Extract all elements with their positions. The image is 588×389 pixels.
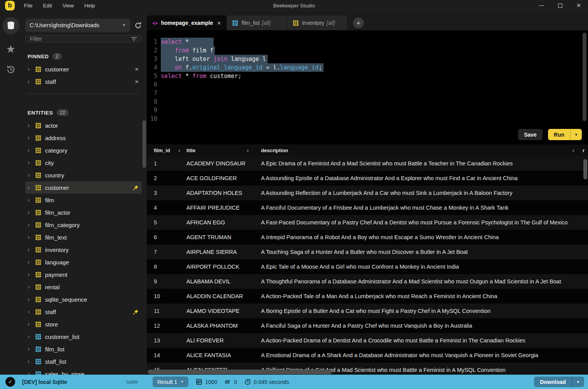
horizontal-scrollbar[interactable]	[148, 370, 332, 374]
chevron-right-icon[interactable]: ›	[28, 346, 31, 352]
entity-item-rental[interactable]: ›rental	[25, 281, 142, 293]
table-row[interactable]: 3ADAPTATION HOLESA Astounding Reflection…	[147, 186, 588, 200]
column-header-r[interactable]: r	[583, 144, 588, 156]
entity-item-inventory[interactable]: ›inventory	[25, 243, 142, 256]
menu-view[interactable]: View	[63, 3, 74, 9]
code-line-6[interactable]	[161, 80, 588, 89]
result-selector-button[interactable]: Result 1 ▼	[153, 377, 188, 387]
entity-item-city[interactable]: ›city	[25, 156, 142, 169]
entity-item-staff[interactable]: ›staff	[25, 306, 142, 318]
table-row[interactable]: 12ALASKA PHANTOMA Fanciful Saga of a Hun…	[147, 318, 588, 333]
code-line-7[interactable]	[161, 89, 588, 97]
entity-item-sales_by_store[interactable]: ›sales_by_store	[25, 368, 142, 375]
favorites-button[interactable]: ★	[6, 44, 16, 55]
code-line-1[interactable]: select *	[161, 38, 588, 46]
table-row[interactable]: 6AGENT TRUMANA Intrepid Panorama of a Ro…	[147, 230, 588, 245]
table-row[interactable]: 14ALICE FANTASIAA Emotional Drama of a A…	[147, 348, 588, 363]
maximize-button[interactable]	[551, 0, 569, 11]
entity-item-store[interactable]: ›store	[25, 318, 142, 330]
code-line-10[interactable]	[161, 115, 588, 123]
entity-item-film_category[interactable]: ›film_category	[25, 219, 142, 231]
sidebar-scrollbar[interactable]	[143, 120, 146, 168]
chevron-right-icon[interactable]: ›	[28, 321, 31, 327]
code-line-2[interactable]: from film f	[161, 46, 588, 55]
menu-file[interactable]: File	[24, 3, 33, 9]
pin-icon[interactable]	[133, 309, 139, 315]
table-row[interactable]: 4AFFAIR PREJUDICEA Fanciful Documentary …	[147, 200, 588, 215]
close-button[interactable]: ×	[569, 0, 588, 11]
run-label[interactable]: Run	[548, 132, 570, 138]
sort-asc-icon[interactable]: ▲	[572, 149, 575, 152]
chevron-right-icon[interactable]: ›	[28, 122, 31, 129]
code-line-3[interactable]: left outer join language l	[161, 55, 588, 63]
sort-asc-icon[interactable]: ▲	[246, 149, 249, 152]
minimize-button[interactable]	[532, 0, 551, 11]
table-row[interactable]: 9ALABAMA DEVILA Thoughtful Panorama of a…	[147, 274, 588, 289]
table-row[interactable]: 10ALADDIN CALENDARA Action-Packed Tale o…	[147, 289, 588, 304]
new-tab-button[interactable]: +	[353, 17, 364, 28]
chevron-right-icon[interactable]: ›	[28, 147, 31, 153]
chevron-right-icon[interactable]: ›	[28, 209, 31, 215]
run-button[interactable]: Run ▼	[548, 129, 582, 140]
download-dropdown-caret[interactable]: ▼	[572, 380, 584, 384]
column-header-film_id[interactable]: film_id▲	[147, 144, 181, 156]
chevron-right-icon[interactable]: ›	[28, 296, 31, 302]
column-header-title[interactable]: title▲	[181, 144, 255, 156]
chevron-right-icon[interactable]: ›	[28, 222, 31, 228]
table-row[interactable]: 5AFRICAN EGGA Fast-Paced Documentary of …	[147, 215, 588, 230]
sort-asc-icon[interactable]: ▲	[178, 149, 181, 152]
save-button[interactable]: Save	[518, 129, 543, 140]
chevron-right-icon[interactable]: ›	[28, 197, 31, 203]
entity-item-film[interactable]: ›film	[25, 194, 142, 206]
table-row[interactable]: 1ACADEMY DINOSAURA Epic Drama of a Femin…	[147, 156, 588, 171]
code-area[interactable]: select * from film f left outer join lan…	[161, 38, 588, 144]
unpin-icon[interactable]: ×	[135, 66, 139, 73]
close-tab-icon[interactable]: ×	[217, 20, 221, 26]
history-button[interactable]	[6, 64, 16, 75]
entity-item-film_text[interactable]: ›film_text	[25, 231, 142, 243]
tab-inventory[interactable]: inventory[all]	[287, 16, 348, 30]
code-line-4[interactable]: on f.original_language_id = l.language_i…	[161, 63, 588, 72]
entity-item-customer_list[interactable]: ›customer_list	[25, 330, 142, 343]
menu-edit[interactable]: Edit	[43, 3, 52, 9]
chevron-right-icon[interactable]: ›	[28, 234, 31, 240]
entity-item-language[interactable]: ›language	[25, 256, 142, 268]
entity-item-staff_list[interactable]: ›staff_list	[25, 355, 142, 368]
chevron-right-icon[interactable]: ›	[28, 333, 31, 340]
chevron-right-icon[interactable]: ›	[28, 160, 31, 166]
menu-help[interactable]: Help	[84, 3, 95, 9]
code-line-9[interactable]	[161, 106, 588, 115]
chevron-right-icon[interactable]: ›	[28, 371, 31, 375]
entity-item-sqlite_sequence[interactable]: ›sqlite_sequence	[25, 293, 142, 306]
chevron-right-icon[interactable]: ›	[28, 66, 31, 72]
pinned-item-customer[interactable]: ›customer×	[25, 63, 142, 75]
chevron-right-icon[interactable]: ›	[28, 284, 31, 290]
connection-dropdown[interactable]: C:\Users\ghstng\Downloads ▼	[25, 19, 130, 32]
entity-item-film_actor[interactable]: ›film_actor	[25, 206, 142, 219]
chevron-right-icon[interactable]: ›	[28, 271, 31, 278]
unpin-icon[interactable]: ×	[135, 78, 139, 85]
run-dropdown-caret[interactable]: ▼	[571, 133, 582, 137]
pinned-item-staff[interactable]: ›staff×	[25, 75, 142, 88]
tab-homepage_example[interactable]: <>homepage_example×	[147, 16, 227, 30]
code-line-8[interactable]	[161, 97, 588, 106]
download-button[interactable]: Download ▼	[534, 377, 584, 387]
chevron-right-icon[interactable]: ›	[28, 78, 31, 85]
refresh-button[interactable]	[134, 22, 142, 29]
chevron-right-icon[interactable]: ›	[28, 247, 31, 253]
entity-item-film_list[interactable]: ›film_list	[25, 343, 142, 355]
chevron-right-icon[interactable]: ›	[28, 184, 31, 191]
download-label[interactable]: Download	[534, 379, 572, 385]
table-row[interactable]: 13ALI FOREVERA Action-Packed Drama of a …	[147, 333, 588, 348]
entity-item-category[interactable]: ›category	[25, 144, 142, 156]
tab-film_list[interactable]: film_list[all]	[227, 16, 287, 30]
vertical-scrollbar[interactable]	[583, 159, 587, 179]
chevron-right-icon[interactable]: ›	[28, 259, 31, 265]
entity-item-actor[interactable]: ›actor	[25, 119, 142, 132]
entity-item-country[interactable]: ›country	[25, 169, 142, 181]
editor-scrollbar[interactable]	[583, 33, 586, 121]
chevron-right-icon[interactable]: ›	[28, 309, 31, 315]
entity-item-customer[interactable]: ›customer	[25, 181, 142, 194]
chevron-right-icon[interactable]: ›	[28, 358, 31, 365]
sql-editor[interactable]: 12345678910 select * from film f left ou…	[147, 30, 588, 144]
